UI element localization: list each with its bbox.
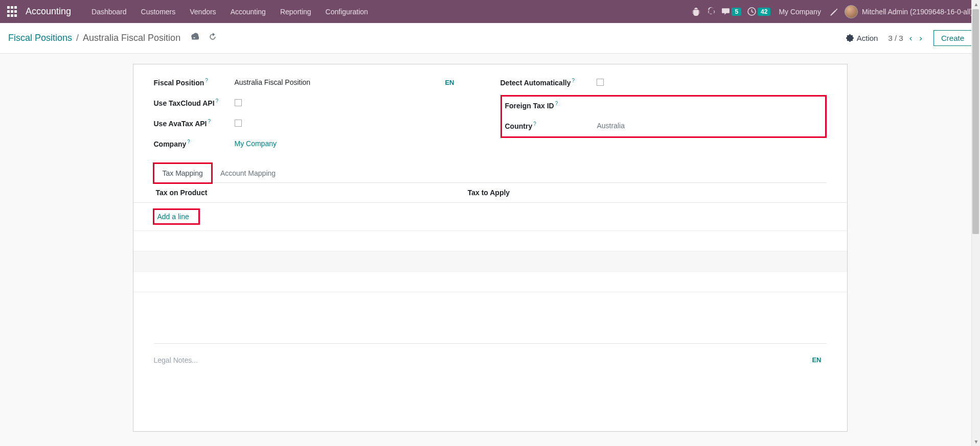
table-row [133, 251, 847, 272]
highlight-box-right: Foreign Tax ID? Country? Australia [500, 95, 827, 138]
control-panel: Fiscal Positions / Australia Fiscal Posi… [0, 23, 980, 54]
scrollbar[interactable]: ▲ ▼ [971, 0, 980, 432]
nav-dashboard[interactable]: Dashboard [84, 0, 134, 23]
tools-icon[interactable] [829, 7, 838, 16]
breadcrumb-sep: / [76, 33, 79, 43]
user-name: Mitchell Admin (21909648-16-0-all) [862, 8, 973, 16]
table-row: Add a line [133, 203, 847, 231]
avatar [845, 5, 858, 18]
label-use-avatax: Use AvaTax API? [154, 119, 235, 128]
col-tax-product[interactable]: Tax on Product [133, 183, 462, 203]
highlight-box-addline: Add a line [153, 208, 200, 225]
legal-notes-input[interactable] [154, 356, 812, 364]
form-sheet: Fiscal Position? Australia Fiscal Positi… [133, 64, 848, 432]
lang-badge[interactable]: EN [445, 79, 454, 86]
tabs: Tax Mapping Account Mapping [154, 163, 827, 183]
table-row [133, 272, 847, 292]
main-navbar: Accounting Dashboard Customers Vendors A… [0, 0, 980, 23]
label-foreign-tax: Foreign Tax ID? [505, 101, 597, 110]
pager-prev[interactable]: ‹ [908, 33, 914, 43]
pager-next[interactable]: › [918, 33, 923, 43]
nav-configuration[interactable]: Configuration [318, 0, 375, 23]
user-menu[interactable]: Mitchell Admin (21909648-16-0-all) [845, 5, 973, 18]
company-switcher[interactable]: My Company [777, 8, 823, 16]
label-use-taxcloud: Use TaxCloud API? [154, 98, 235, 107]
tax-mapping-table: Tax on Product Tax to Apply Add a line [133, 183, 847, 292]
help-icon[interactable]: ? [205, 78, 208, 83]
nav-customers[interactable]: Customers [134, 0, 183, 23]
add-line-button[interactable]: Add a line [157, 213, 189, 221]
checkbox-detect-auto[interactable] [597, 79, 604, 86]
checkbox-taxcloud[interactable] [235, 99, 242, 106]
tab-tax-mapping[interactable]: Tax Mapping [154, 163, 212, 183]
discard-icon[interactable] [208, 32, 217, 44]
action-label: Action [857, 34, 878, 42]
activity-icon[interactable]: 42 [747, 7, 770, 16]
input-country[interactable]: Australia [597, 122, 625, 130]
activity-badge: 42 [758, 8, 770, 16]
cloud-save-icon[interactable] [190, 32, 199, 44]
label-detect-auto: Detect Automatically? [500, 78, 597, 87]
form-background: Fiscal Position? Australia Fiscal Positi… [0, 54, 980, 432]
table-row [133, 231, 847, 251]
help-icon[interactable]: ? [572, 78, 575, 83]
support-icon[interactable] [706, 7, 715, 16]
bug-icon[interactable] [692, 7, 700, 16]
pager-value[interactable]: 3 / 3 [888, 34, 903, 42]
col-tax-apply[interactable]: Tax to Apply [462, 183, 847, 203]
checkbox-avatax[interactable] [235, 120, 242, 127]
help-icon[interactable]: ? [187, 139, 190, 145]
help-icon[interactable]: ? [533, 121, 536, 127]
scroll-up-icon[interactable]: ▲ [972, 0, 980, 9]
label-company: Company? [154, 139, 235, 148]
nav-vendors[interactable]: Vendors [183, 0, 223, 23]
conversation-badge: 5 [732, 8, 741, 16]
label-fiscal-position: Fiscal Position? [154, 78, 235, 87]
nav-accounting[interactable]: Accounting [223, 0, 273, 23]
breadcrumb-current: Australia Fiscal Position [83, 33, 180, 43]
breadcrumb-parent[interactable]: Fiscal Positions [8, 33, 72, 43]
conversations-icon[interactable]: 5 [721, 7, 741, 16]
help-icon[interactable]: ? [216, 98, 219, 104]
input-fiscal-position[interactable]: Australia Fiscal Position [235, 78, 311, 86]
help-icon[interactable]: ? [555, 101, 558, 106]
breadcrumb: Fiscal Positions / Australia Fiscal Posi… [8, 32, 217, 44]
pager: 3 / 3 ‹ › [888, 33, 923, 43]
tab-account-mapping[interactable]: Account Mapping [212, 163, 284, 183]
apps-icon[interactable] [7, 6, 18, 17]
nav-reporting[interactable]: Reporting [273, 0, 318, 23]
nav-menu: Dashboard Customers Vendors Accounting R… [84, 0, 375, 23]
scrollbar-thumb[interactable] [972, 9, 979, 234]
action-button[interactable]: Action [846, 34, 878, 42]
legal-notes-area: EN [154, 343, 827, 364]
help-icon[interactable]: ? [208, 119, 211, 124]
app-brand[interactable]: Accounting [26, 6, 71, 17]
create-button[interactable]: Create [933, 30, 972, 46]
link-company[interactable]: My Company [235, 139, 277, 148]
notes-lang-badge[interactable]: EN [812, 356, 821, 364]
label-country: Country? [505, 121, 597, 130]
tab-tax-mapping-label: Tax Mapping [163, 169, 203, 177]
